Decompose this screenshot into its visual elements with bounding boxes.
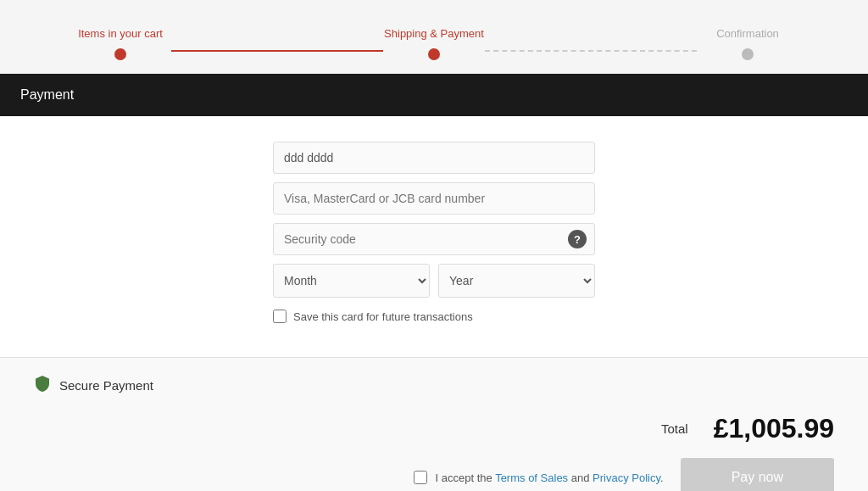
security-code-input[interactable] [273, 223, 595, 255]
year-select[interactable]: Year 202420252026 202720282029 2030 [438, 264, 595, 298]
save-card-label: Save this card for future transactions [293, 310, 473, 323]
secure-payment-row: Secure Payment [34, 375, 834, 396]
total-amount: £1,005.99 [714, 413, 834, 444]
card-number-input[interactable] [273, 182, 595, 215]
bottom-section: Secure Payment Total £1,005.99 I accept … [0, 358, 868, 491]
connector-2 [485, 50, 697, 52]
payment-title: Payment [20, 87, 74, 102]
step-cart-dot [114, 48, 126, 60]
pay-now-button[interactable]: Pay now [681, 458, 834, 491]
month-select[interactable]: Month 010203 040506 070809 101112 [273, 264, 430, 298]
accept-terms-area: I accept the Terms of Sales and Privacy … [414, 471, 664, 484]
accept-row: I accept the Terms of Sales and Privacy … [34, 458, 834, 491]
secure-payment-label: Secure Payment [59, 378, 153, 393]
payment-header: Payment [0, 74, 868, 116]
step-shipping-label: Shipping & Payment [384, 27, 484, 40]
terms-of-sales-link[interactable]: Terms of Sales [495, 471, 568, 484]
shield-icon [34, 375, 51, 396]
step-cart-label: Items in your cart [78, 27, 163, 40]
security-help-icon[interactable]: ? [568, 230, 587, 248]
save-card-row: Save this card for future transactions [273, 310, 595, 323]
connector-1 [171, 50, 383, 52]
total-row: Total £1,005.99 [661, 413, 834, 444]
step-confirmation: Confirmation [697, 27, 798, 60]
accept-terms-checkbox[interactable] [414, 471, 427, 484]
privacy-policy-link[interactable]: Privacy Policy [593, 471, 660, 484]
step-shipping-dot [428, 48, 440, 60]
payment-form-section: ? Month 010203 040506 070809 101112 Year… [0, 116, 868, 358]
step-confirmation-label: Confirmation [716, 27, 779, 40]
payment-form: ? Month 010203 040506 070809 101112 Year… [273, 142, 595, 323]
accept-text: I accept the Terms of Sales and Privacy … [436, 471, 664, 484]
cardholder-name-input[interactable] [273, 142, 595, 174]
step-confirmation-dot [742, 48, 754, 60]
save-card-checkbox[interactable] [273, 310, 287, 323]
security-code-row: ? [273, 223, 595, 255]
progress-section: Items in your cart Shipping & Payment Co… [0, 0, 868, 74]
expiry-row: Month 010203 040506 070809 101112 Year 2… [273, 264, 595, 298]
total-label: Total [661, 421, 688, 436]
step-shipping: Shipping & Payment [383, 27, 485, 60]
step-cart: Items in your cart [70, 27, 171, 60]
